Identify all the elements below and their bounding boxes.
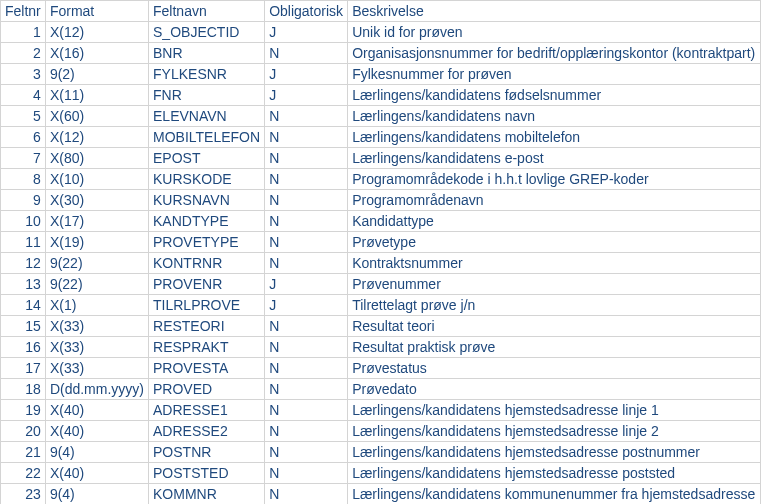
cell-beskrivelse: Prøvetype	[348, 232, 761, 253]
cell-obligatorisk: N	[265, 190, 348, 211]
cell-feltnr: 10	[1, 211, 46, 232]
cell-feltnr: 2	[1, 43, 46, 64]
cell-obligatorisk: N	[265, 211, 348, 232]
cell-feltnavn: POSTNR	[149, 442, 265, 463]
cell-format: X(19)	[45, 232, 148, 253]
cell-feltnavn: KURSNAVN	[149, 190, 265, 211]
cell-format: X(40)	[45, 463, 148, 484]
cell-feltnr: 20	[1, 421, 46, 442]
cell-beskrivelse: Lærlingens/kandidatens hjemstedsadresse …	[348, 421, 761, 442]
table-row: 14X(1)TILRLPROVEJTilrettelagt prøve j/n	[1, 295, 761, 316]
cell-obligatorisk: N	[265, 316, 348, 337]
cell-feltnavn: KOMMNR	[149, 484, 265, 505]
cell-format: X(33)	[45, 358, 148, 379]
cell-beskrivelse: Programområdenavn	[348, 190, 761, 211]
cell-obligatorisk: N	[265, 379, 348, 400]
cell-feltnavn: FYLKESNR	[149, 64, 265, 85]
cell-beskrivelse: Resultat teori	[348, 316, 761, 337]
cell-obligatorisk: N	[265, 148, 348, 169]
cell-feltnr: 11	[1, 232, 46, 253]
cell-beskrivelse: Organisasjonsnummer for bedrift/opplærin…	[348, 43, 761, 64]
cell-format: X(16)	[45, 43, 148, 64]
cell-feltnr: 3	[1, 64, 46, 85]
cell-obligatorisk: N	[265, 253, 348, 274]
cell-obligatorisk: N	[265, 337, 348, 358]
table-row: 4X(11)FNRJLærlingens/kandidatens fødsels…	[1, 85, 761, 106]
cell-feltnavn: S_OBJECTID	[149, 22, 265, 43]
table-row: 15X(33)RESTEORINResultat teori	[1, 316, 761, 337]
cell-beskrivelse: Lærlingens/kandidatens navn	[348, 106, 761, 127]
cell-format: X(40)	[45, 400, 148, 421]
header-format: Format	[45, 1, 148, 22]
cell-format: X(40)	[45, 421, 148, 442]
table-row: 7X(80)EPOSTNLærlingens/kandidatens e-pos…	[1, 148, 761, 169]
cell-feltnr: 23	[1, 484, 46, 505]
cell-feltnr: 22	[1, 463, 46, 484]
cell-obligatorisk: J	[265, 64, 348, 85]
cell-feltnavn: RESPRAKT	[149, 337, 265, 358]
cell-beskrivelse: Lærlingens/kandidatens hjemstedsadresse …	[348, 463, 761, 484]
table-row: 19X(40)ADRESSE1NLærlingens/kandidatens h…	[1, 400, 761, 421]
cell-feltnavn: ELEVNAVN	[149, 106, 265, 127]
cell-format: 9(4)	[45, 442, 148, 463]
table-row: 5X(60)ELEVNAVNNLærlingens/kandidatens na…	[1, 106, 761, 127]
table-row: 10X(17)KANDTYPENKandidattype	[1, 211, 761, 232]
cell-format: X(12)	[45, 22, 148, 43]
cell-feltnr: 9	[1, 190, 46, 211]
cell-feltnr: 14	[1, 295, 46, 316]
cell-format: X(10)	[45, 169, 148, 190]
table-row: 11X(19)PROVETYPENPrøvetype	[1, 232, 761, 253]
cell-obligatorisk: N	[265, 484, 348, 505]
cell-beskrivelse: Lærlingens/kandidatens kommunenummer fra…	[348, 484, 761, 505]
cell-feltnr: 12	[1, 253, 46, 274]
header-beskrivelse: Beskrivelse	[348, 1, 761, 22]
cell-format: X(80)	[45, 148, 148, 169]
cell-feltnr: 1	[1, 22, 46, 43]
cell-feltnavn: POSTSTED	[149, 463, 265, 484]
cell-feltnavn: KONTRNR	[149, 253, 265, 274]
cell-feltnavn: ADRESSE2	[149, 421, 265, 442]
cell-feltnavn: EPOST	[149, 148, 265, 169]
cell-beskrivelse: Kandidattype	[348, 211, 761, 232]
cell-format: X(11)	[45, 85, 148, 106]
cell-obligatorisk: J	[265, 22, 348, 43]
header-feltnr: Feltnr	[1, 1, 46, 22]
cell-feltnavn: PROVED	[149, 379, 265, 400]
table-row: 22X(40)POSTSTEDNLærlingens/kandidatens h…	[1, 463, 761, 484]
cell-feltnavn: RESTEORI	[149, 316, 265, 337]
cell-beskrivelse: Fylkesnummer for prøven	[348, 64, 761, 85]
cell-feltnr: 4	[1, 85, 46, 106]
cell-beskrivelse: Prøvenummer	[348, 274, 761, 295]
cell-beskrivelse: Prøvestatus	[348, 358, 761, 379]
cell-beskrivelse: Lærlingens/kandidatens e-post	[348, 148, 761, 169]
cell-format: X(33)	[45, 316, 148, 337]
header-feltnavn: Feltnavn	[149, 1, 265, 22]
cell-format: 9(2)	[45, 64, 148, 85]
cell-feltnavn: PROVESTA	[149, 358, 265, 379]
cell-beskrivelse: Lærlingens/kandidatens hjemstedsadresse …	[348, 442, 761, 463]
cell-beskrivelse: Tilrettelagt prøve j/n	[348, 295, 761, 316]
cell-beskrivelse: Resultat praktisk prøve	[348, 337, 761, 358]
cell-feltnr: 15	[1, 316, 46, 337]
cell-feltnavn: MOBILTELEFON	[149, 127, 265, 148]
cell-feltnr: 7	[1, 148, 46, 169]
table-row: 39(2)FYLKESNRJFylkesnummer for prøven	[1, 64, 761, 85]
cell-feltnavn: KURSKODE	[149, 169, 265, 190]
cell-feltnr: 19	[1, 400, 46, 421]
cell-feltnr: 13	[1, 274, 46, 295]
cell-format: X(30)	[45, 190, 148, 211]
table-row: 17X(33)PROVESTANPrøvestatus	[1, 358, 761, 379]
cell-obligatorisk: N	[265, 421, 348, 442]
cell-format: X(60)	[45, 106, 148, 127]
fields-table: Feltnr Format Feltnavn Obligatorisk Besk…	[0, 0, 761, 504]
cell-obligatorisk: J	[265, 295, 348, 316]
cell-beskrivelse: Lærlingens/kandidatens hjemstedsadresse …	[348, 400, 761, 421]
cell-beskrivelse: Unik id for prøven	[348, 22, 761, 43]
cell-obligatorisk: N	[265, 127, 348, 148]
cell-format: D(dd.mm.yyyy)	[45, 379, 148, 400]
header-row: Feltnr Format Feltnavn Obligatorisk Besk…	[1, 1, 761, 22]
cell-format: X(1)	[45, 295, 148, 316]
cell-feltnavn: PROVETYPE	[149, 232, 265, 253]
cell-obligatorisk: J	[265, 274, 348, 295]
cell-feltnr: 18	[1, 379, 46, 400]
